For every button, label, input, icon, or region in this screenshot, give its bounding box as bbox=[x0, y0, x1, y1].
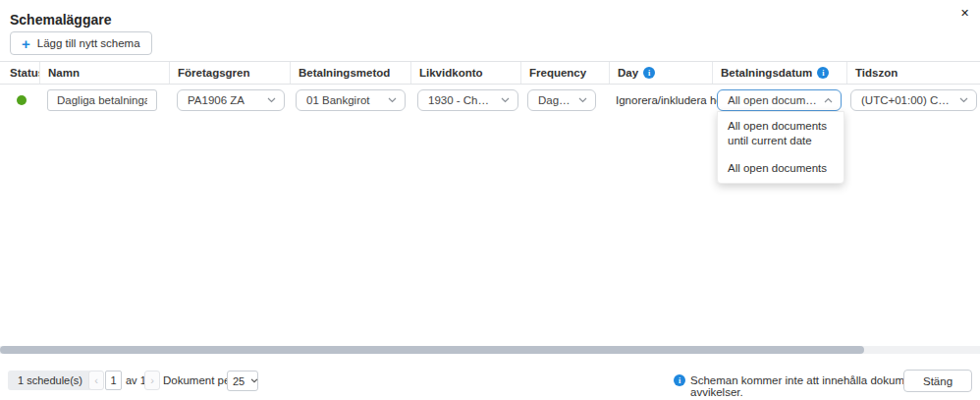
payment-date-select[interactable]: All open documents until curr... bbox=[717, 89, 842, 111]
dropdown-option[interactable]: All open documents bbox=[718, 155, 844, 183]
column-header-likvidkonto: Likvidkonto bbox=[410, 62, 520, 84]
column-header-status: Status bbox=[0, 62, 39, 84]
info-icon[interactable]: i bbox=[817, 67, 829, 79]
page-title: Schemaläggare bbox=[10, 12, 112, 28]
add-schedule-button[interactable]: + Lägg till nytt schema bbox=[10, 31, 152, 55]
prev-page-button[interactable]: ‹ bbox=[88, 371, 104, 390]
table-row: PA1906 ZA 01 Bankgirot 1930 - Checkräkni… bbox=[0, 88, 980, 112]
plus-icon: + bbox=[22, 36, 30, 51]
chevron-right-icon: › bbox=[150, 374, 154, 386]
table-header: Status Namn Företagsgren Betalningsmetod… bbox=[0, 61, 980, 85]
horizontal-scrollbar[interactable] bbox=[0, 346, 980, 354]
column-header-foretagsgren: Företagsgren bbox=[169, 62, 290, 84]
column-header-tidszon: Tidszon bbox=[846, 62, 980, 84]
frequency-select[interactable]: Dagligen bbox=[527, 89, 596, 111]
schedule-count-badge: 1 schedule(s) bbox=[8, 371, 92, 390]
payment-date-dropdown-menu: All open documents until current date Al… bbox=[717, 111, 844, 184]
column-header-namn: Namn bbox=[39, 62, 169, 84]
scrollbar-thumb[interactable] bbox=[0, 346, 864, 354]
name-input[interactable] bbox=[47, 89, 157, 111]
per-page-select[interactable]: 25 bbox=[227, 371, 258, 391]
page-input[interactable] bbox=[105, 371, 122, 390]
chevron-up-icon bbox=[824, 97, 833, 103]
scheduler-panel: Schemaläggare ✕ + Lägg till nytt schema … bbox=[0, 0, 980, 400]
close-icon[interactable]: ✕ bbox=[956, 5, 973, 22]
column-header-betalningsmetod: Betalningsmetod bbox=[290, 62, 410, 84]
info-icon[interactable]: i bbox=[643, 67, 655, 79]
chevron-down-icon bbox=[959, 97, 968, 103]
status-indicator bbox=[17, 95, 27, 105]
chevron-down-icon bbox=[267, 97, 276, 103]
info-icon: i bbox=[674, 374, 685, 386]
liquidity-account-select[interactable]: 1930 - Checkräkning... bbox=[417, 89, 518, 111]
column-header-frequency: Frequency bbox=[520, 62, 609, 84]
column-header-betalningsdatum: Betalningsdatum i bbox=[712, 62, 846, 84]
page-of-label: av 1 bbox=[126, 374, 146, 386]
column-header-day: Day i bbox=[609, 62, 712, 84]
chevron-down-icon bbox=[388, 97, 397, 103]
chevron-left-icon: ‹ bbox=[94, 374, 98, 386]
next-page-button[interactable]: › bbox=[144, 371, 160, 390]
chevron-down-icon bbox=[501, 97, 510, 103]
chevron-down-icon bbox=[250, 378, 258, 383]
add-schedule-label: Lägg till nytt schema bbox=[37, 37, 140, 49]
timezone-select[interactable]: (UTC+01:00) Central Europea... bbox=[850, 89, 977, 111]
dropdown-option[interactable]: All open documents until current date bbox=[718, 112, 844, 155]
branch-select[interactable]: PA1906 ZA bbox=[177, 89, 285, 111]
chevron-down-icon bbox=[578, 97, 587, 103]
close-button[interactable]: Stäng bbox=[903, 370, 972, 392]
payment-method-select[interactable]: 01 Bankgirot bbox=[296, 89, 406, 111]
